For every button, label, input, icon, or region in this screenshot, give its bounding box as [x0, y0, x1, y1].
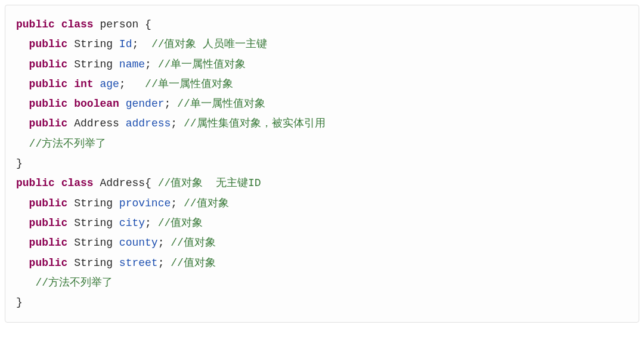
keyword-class: class: [61, 177, 94, 189]
comment: //属性集值对象，被实体引用: [184, 117, 326, 129]
comment: //值对象: [171, 237, 216, 249]
comment: //单一属性值对象: [145, 78, 233, 90]
semicolon: ;: [158, 237, 165, 249]
type-string: String: [74, 237, 113, 249]
keyword-public: public: [29, 58, 68, 70]
type-string: String: [74, 58, 113, 70]
semicolon: ;: [145, 217, 151, 229]
keyword-class: class: [61, 18, 94, 30]
keyword-public: public: [29, 38, 68, 50]
field-name: name: [119, 58, 145, 70]
comment: //方法不列举了: [35, 277, 113, 289]
keyword-public: public: [29, 78, 68, 90]
comment: //单一属性值对象: [158, 58, 246, 70]
semicolon: ;: [171, 117, 177, 129]
field-address: address: [126, 117, 171, 129]
keyword-public: public: [16, 18, 55, 30]
field-street: street: [119, 257, 158, 269]
field-age: age: [100, 78, 119, 90]
keyword-int: int: [74, 78, 93, 90]
comment: //值对象 人员唯一主键: [151, 38, 267, 50]
keyword-public: public: [16, 177, 55, 189]
semicolon: ;: [132, 38, 138, 50]
class-name: person: [100, 18, 138, 30]
brace-open: {: [145, 18, 151, 30]
class-name: Address: [100, 177, 145, 189]
keyword-public: public: [29, 237, 68, 249]
semicolon: ;: [164, 98, 171, 110]
semicolon: ;: [171, 197, 177, 209]
semicolon: ;: [119, 78, 126, 90]
field-id: Id: [119, 38, 132, 50]
field-county: county: [119, 237, 158, 249]
type-string: String: [74, 257, 113, 269]
field-city: city: [119, 217, 145, 229]
brace-open: {: [145, 177, 151, 189]
semicolon: ;: [158, 257, 165, 269]
brace-close: }: [16, 157, 23, 169]
comment: //值对象 无主键ID: [158, 177, 261, 189]
comment: //方法不列举了: [29, 138, 107, 150]
keyword-public: public: [29, 197, 68, 209]
keyword-public: public: [29, 98, 68, 110]
type-string: String: [74, 38, 113, 50]
comment: //值对象: [184, 197, 229, 209]
comment: //值对象: [158, 217, 203, 229]
type-string: String: [74, 217, 113, 229]
brace-close: }: [16, 296, 23, 308]
field-gender: gender: [126, 98, 165, 110]
comment: //值对象: [171, 257, 216, 269]
keyword-boolean: boolean: [74, 98, 119, 110]
code-block: public class person { public String Id; …: [5, 5, 639, 323]
comment: //单一属性值对象: [177, 98, 265, 110]
type-string: String: [74, 197, 113, 209]
keyword-public: public: [29, 117, 68, 129]
type-address: Address: [74, 117, 119, 129]
field-province: province: [119, 197, 171, 209]
semicolon: ;: [145, 58, 151, 70]
keyword-public: public: [29, 217, 68, 229]
keyword-public: public: [29, 257, 68, 269]
